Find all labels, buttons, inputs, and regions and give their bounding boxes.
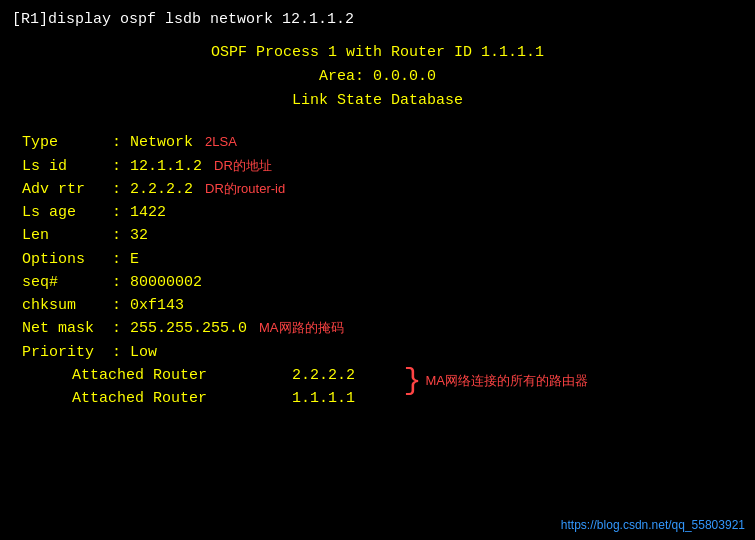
- netmask-value: 255.255.255.0: [130, 317, 247, 340]
- attached1-value: 2.2.2.2: [292, 364, 355, 387]
- chksum-value: 0xf143: [130, 294, 184, 317]
- lsid-key: Ls id: [22, 155, 112, 178]
- type-annotation: 2LSA: [205, 132, 237, 152]
- len-row: Len : 32: [22, 224, 743, 247]
- options-row: Options : E: [22, 248, 743, 271]
- attached2-key: Attached Router: [72, 387, 292, 410]
- brace-text: MA网络连接的所有的路由器: [426, 371, 589, 391]
- priority-value: Low: [130, 341, 157, 364]
- len-colon: :: [112, 224, 130, 247]
- chksum-row: chksum : 0xf143: [22, 294, 743, 317]
- url-label: https://blog.csdn.net/qq_55803921: [561, 518, 745, 532]
- lsid-row: Ls id : 12.1.1.2 DR的地址: [22, 155, 743, 178]
- lsage-colon: :: [112, 201, 130, 224]
- lsage-row: Ls age : 1422: [22, 201, 743, 224]
- len-value: 32: [130, 224, 148, 247]
- lsage-value: 1422: [130, 201, 166, 224]
- options-key: Options: [22, 248, 112, 271]
- brace-annotation-container: } MA网络连接的所有的路由器: [403, 366, 588, 396]
- lsage-key: Ls age: [22, 201, 112, 224]
- header-line2: Area: 0.0.0.0: [12, 65, 743, 89]
- attached1-key: Attached Router: [72, 364, 292, 387]
- options-value: E: [130, 248, 139, 271]
- command-line: [R1]display ospf lsdb network 12.1.1.2: [12, 8, 743, 31]
- lsid-colon: :: [112, 155, 130, 178]
- attached-row-2: Attached Router 1.1.1.1: [22, 387, 743, 410]
- netmask-key: Net mask: [22, 317, 112, 340]
- brace-icon: }: [403, 366, 421, 396]
- lsid-annotation: DR的地址: [214, 156, 272, 176]
- type-colon: :: [112, 131, 130, 154]
- seq-row: seq# : 80000002: [22, 271, 743, 294]
- netmask-colon: :: [112, 317, 130, 340]
- header-line1: OSPF Process 1 with Router ID 1.1.1.1: [12, 41, 743, 65]
- netmask-annotation: MA网路的掩码: [259, 318, 344, 338]
- len-key: Len: [22, 224, 112, 247]
- priority-row: Priority : Low: [22, 341, 743, 364]
- attached2-value: 1.1.1.1: [292, 387, 355, 410]
- attached-rows-container: Attached Router 2.2.2.2 Attached Router …: [22, 364, 743, 411]
- chksum-colon: :: [112, 294, 130, 317]
- seq-key: seq#: [22, 271, 112, 294]
- advrtr-row: Adv rtr : 2.2.2.2 DR的router-id: [22, 178, 743, 201]
- attached-row-1: Attached Router 2.2.2.2: [22, 364, 743, 387]
- type-key: Type: [22, 131, 112, 154]
- advrtr-value: 2.2.2.2: [130, 178, 193, 201]
- seq-value: 80000002: [130, 271, 202, 294]
- header-line3: Link State Database: [12, 89, 743, 113]
- chksum-key: chksum: [22, 294, 112, 317]
- advrtr-key: Adv rtr: [22, 178, 112, 201]
- type-value: Network: [130, 131, 193, 154]
- priority-key: Priority: [22, 341, 112, 364]
- seq-colon: :: [112, 271, 130, 294]
- advrtr-annotation: DR的router-id: [205, 179, 285, 199]
- lsid-value: 12.1.1.2: [130, 155, 202, 178]
- advrtr-colon: :: [112, 178, 130, 201]
- data-section: Type : Network 2LSA Ls id : 12.1.1.2 DR的…: [22, 131, 743, 410]
- type-row: Type : Network 2LSA: [22, 131, 743, 154]
- priority-colon: :: [112, 341, 130, 364]
- netmask-row: Net mask : 255.255.255.0 MA网路的掩码: [22, 317, 743, 340]
- header-section: OSPF Process 1 with Router ID 1.1.1.1 Ar…: [12, 41, 743, 113]
- options-colon: :: [112, 248, 130, 271]
